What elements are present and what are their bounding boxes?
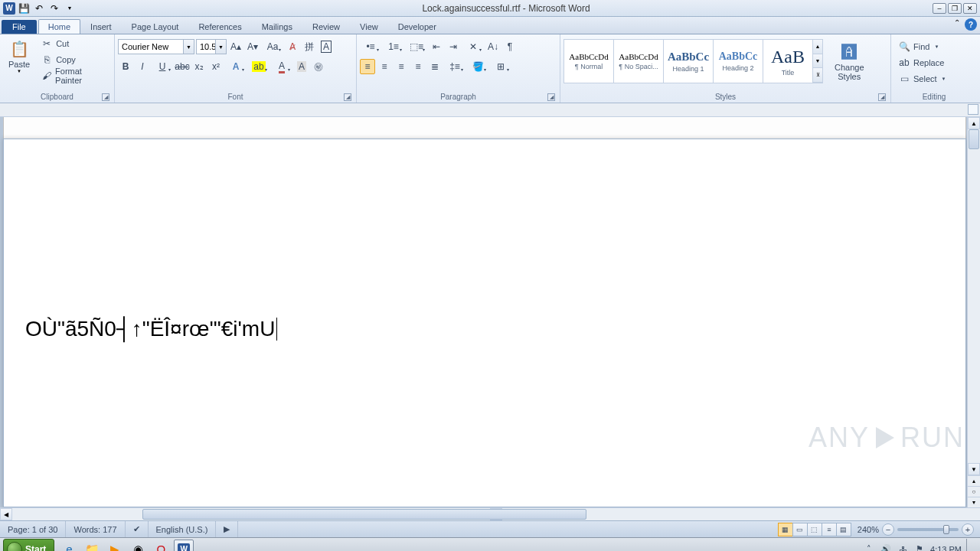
- styles-dialog-launcher[interactable]: ◢: [878, 93, 886, 101]
- network-icon[interactable]: 🖧: [897, 543, 909, 552]
- tray-expand[interactable]: ˄: [863, 543, 875, 552]
- character-shading-button[interactable]: A: [294, 59, 309, 74]
- tab-home[interactable]: Home: [38, 19, 80, 34]
- tab-references[interactable]: References: [188, 19, 251, 34]
- gallery-down-button[interactable]: ▼: [813, 54, 822, 69]
- next-page-button[interactable]: ▾: [968, 497, 980, 507]
- hscroll-track[interactable]: [12, 508, 490, 520]
- browse-object-button[interactable]: ○: [968, 486, 980, 497]
- enclose-characters-button[interactable]: ㊙: [311, 59, 326, 74]
- change-styles-button[interactable]: 🅰 Change Styles: [829, 39, 870, 83]
- flag-icon[interactable]: ⚑: [913, 543, 926, 552]
- shading-button[interactable]: 🪣: [467, 59, 488, 74]
- style-normal[interactable]: AaBbCcDd¶ Normal: [564, 39, 614, 83]
- help-button[interactable]: ?: [965, 18, 977, 31]
- paragraph-dialog-launcher[interactable]: ◢: [547, 93, 555, 101]
- copy-button[interactable]: ⎘Copy: [37, 52, 111, 67]
- shrink-font-button[interactable]: A▾: [245, 39, 260, 54]
- show-marks-button[interactable]: ¶: [502, 39, 518, 54]
- change-case-button[interactable]: Aa: [262, 39, 283, 54]
- line-spacing-button[interactable]: ‡≡: [444, 59, 466, 74]
- style-title[interactable]: AaBTitle: [763, 39, 813, 83]
- numbering-button[interactable]: 1≡: [383, 39, 404, 54]
- cut-button[interactable]: ✂Cut: [37, 36, 111, 51]
- scroll-track[interactable]: [968, 129, 980, 463]
- prev-page-button[interactable]: ▴: [968, 475, 980, 486]
- bold-button[interactable]: B: [118, 59, 133, 74]
- font-color-button[interactable]: A: [271, 59, 292, 74]
- character-border-button[interactable]: A: [318, 39, 334, 54]
- tab-developer[interactable]: Developer: [388, 19, 446, 34]
- clock[interactable]: 4:13 PM: [930, 545, 962, 552]
- web-layout-view[interactable]: ⬚: [807, 523, 822, 536]
- document-page[interactable]: OÙ"ã5Ñ0┤↑"ËÎ¤rœ'"€i'mU: [3, 139, 966, 507]
- style-heading2[interactable]: AaBbCcHeading 2: [713, 39, 763, 83]
- close-button[interactable]: ✕: [963, 3, 977, 14]
- zoom-out-button[interactable]: −: [882, 523, 894, 536]
- taskbar-word[interactable]: W: [174, 540, 194, 552]
- taskbar-media[interactable]: ▶: [105, 540, 125, 552]
- language-status[interactable]: English (U.S.): [149, 521, 217, 537]
- vertical-scrollbar[interactable]: ▲ ▼ ▴ ○ ▾: [967, 117, 980, 507]
- grow-font-button[interactable]: A▴: [228, 39, 243, 54]
- qat-customize-button[interactable]: ▼: [63, 2, 77, 15]
- italic-button[interactable]: I: [135, 59, 150, 74]
- file-tab[interactable]: File: [2, 20, 37, 34]
- asian-layout-button[interactable]: ✕: [462, 39, 484, 54]
- scroll-up-button[interactable]: ▲: [968, 117, 980, 129]
- underline-button[interactable]: U: [152, 59, 173, 74]
- maximize-button[interactable]: ❐: [948, 3, 962, 14]
- subscript-button[interactable]: x₂: [191, 59, 207, 74]
- distributed-button[interactable]: ≣: [427, 59, 443, 74]
- show-desktop[interactable]: [966, 539, 975, 552]
- font-dialog-launcher[interactable]: ◢: [344, 93, 351, 101]
- ribbon-minimize-button[interactable]: ⌃: [954, 18, 960, 31]
- chevron-down-icon[interactable]: ▼: [183, 40, 194, 54]
- print-layout-view[interactable]: ▦: [778, 523, 793, 536]
- clipboard-dialog-launcher[interactable]: ◢: [102, 93, 109, 101]
- redo-button[interactable]: ↷: [47, 2, 61, 15]
- horizontal-scrollbar[interactable]: ◀ ▶: [0, 507, 980, 520]
- align-left-button[interactable]: ≡: [360, 59, 375, 74]
- zoom-slider-thumb[interactable]: [943, 525, 949, 534]
- paste-button[interactable]: 📋 Paste ▼: [3, 36, 35, 76]
- tab-review[interactable]: Review: [302, 19, 350, 34]
- strikethrough-button[interactable]: abc: [175, 59, 190, 74]
- macro-status[interactable]: ▶: [216, 521, 238, 537]
- outline-view[interactable]: ≡: [822, 523, 837, 536]
- full-screen-view[interactable]: ▭: [792, 523, 808, 536]
- tab-mailings[interactable]: Mailings: [252, 19, 302, 34]
- word-count[interactable]: Words: 177: [66, 521, 125, 537]
- gallery-up-button[interactable]: ▲: [813, 40, 822, 54]
- zoom-level[interactable]: 240%: [858, 525, 879, 534]
- taskbar-ie[interactable]: e: [59, 540, 79, 552]
- align-right-button[interactable]: ≡: [394, 59, 409, 74]
- style-heading1[interactable]: AaBbCcHeading 1: [663, 39, 714, 83]
- text-effects-button[interactable]: A: [225, 59, 247, 74]
- gallery-more-button[interactable]: ⊻: [813, 68, 822, 83]
- select-button[interactable]: ▭Select▼: [894, 71, 950, 86]
- scroll-left-button[interactable]: ◀: [0, 508, 12, 520]
- decrease-indent-button[interactable]: ⇤: [429, 39, 444, 54]
- draft-view[interactable]: ▤: [836, 523, 851, 536]
- minimize-button[interactable]: –: [933, 3, 946, 14]
- hscroll-thumb[interactable]: [142, 509, 586, 520]
- font-name-combo[interactable]: Courier New▼: [118, 39, 194, 54]
- sort-button[interactable]: A↓: [485, 39, 501, 54]
- phonetic-guide-button[interactable]: 拼: [302, 39, 317, 54]
- multilevel-list-button[interactable]: ⬚≡: [406, 39, 427, 54]
- justify-button[interactable]: ≡: [410, 59, 426, 74]
- bullets-button[interactable]: •≡: [360, 39, 381, 54]
- tab-page-layout[interactable]: Page Layout: [122, 19, 189, 34]
- scroll-down-button[interactable]: ▼: [968, 463, 980, 475]
- find-button[interactable]: 🔍Find▼: [894, 39, 950, 54]
- font-size-combo[interactable]: 10.5▼: [196, 39, 227, 54]
- zoom-slider[interactable]: [897, 528, 959, 531]
- taskbar-opera[interactable]: O: [151, 540, 171, 552]
- ruler-toggle-button[interactable]: [968, 104, 978, 115]
- undo-button[interactable]: ↶: [32, 2, 46, 15]
- clear-formatting-button[interactable]: A̷: [285, 39, 300, 54]
- style-no-spacing[interactable]: AaBbCcDd¶ No Spaci...: [613, 39, 664, 83]
- replace-button[interactable]: abReplace: [894, 55, 950, 70]
- taskbar-explorer[interactable]: 📁: [82, 540, 102, 552]
